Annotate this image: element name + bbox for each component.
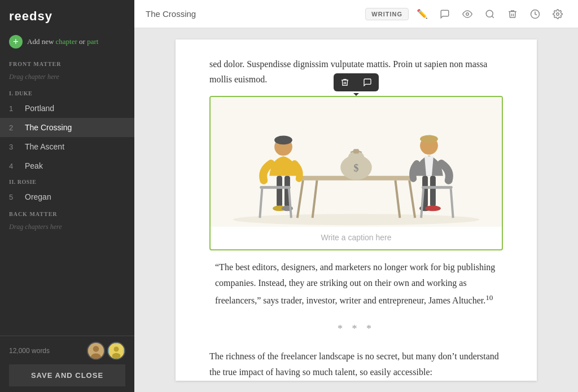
image-comment-button[interactable] xyxy=(356,73,379,91)
svg-line-14 xyxy=(409,180,415,218)
part2-label: II. ROSIE xyxy=(0,175,134,187)
image-toolbar xyxy=(334,73,379,91)
illustration: $ xyxy=(211,97,502,227)
svg-point-10 xyxy=(557,12,559,15)
add-new-label: Add new chapter or part xyxy=(27,37,98,46)
add-part-link[interactable]: part xyxy=(87,37,98,46)
chapter-2-num: 2 xyxy=(9,124,19,132)
edit-icon-button[interactable]: ✏️ xyxy=(413,5,431,23)
word-count: 12,000 words xyxy=(9,347,50,355)
topbar-actions: WRITING ✏️ xyxy=(365,5,567,23)
avatar-group xyxy=(87,342,125,360)
main-panel: The Crossing WRITING ✏️ xyxy=(134,0,578,392)
body-paragraph: The richness of the freelancer landscape… xyxy=(209,349,503,380)
chapter-3-title: The Ascent xyxy=(25,142,64,151)
chapter-1-title: Portland xyxy=(25,104,54,113)
add-new-row[interactable]: + Add new chapter or part xyxy=(0,30,134,56)
svg-point-31 xyxy=(420,135,438,143)
preview-icon-button[interactable] xyxy=(458,5,476,23)
svg-rect-27 xyxy=(260,186,291,189)
svg-line-15 xyxy=(313,180,317,218)
add-chapter-link[interactable]: chapter xyxy=(56,37,77,46)
svg-point-1 xyxy=(93,346,99,352)
svg-rect-33 xyxy=(430,176,436,207)
quote-text: “The best editors, designers, and market… xyxy=(215,262,495,305)
content-area[interactable]: ‹ sed dolor. Suspendisse dignissim vulpu… xyxy=(134,28,578,392)
svg-point-5 xyxy=(112,353,121,359)
section-divider: * * * xyxy=(209,320,503,338)
svg-point-22 xyxy=(274,136,292,145)
svg-line-8 xyxy=(492,16,493,17)
chapter-5-title: Oregan xyxy=(25,192,51,201)
add-icon[interactable]: + xyxy=(9,35,23,49)
chapter-3-num: 3 xyxy=(9,143,19,151)
topbar: The Crossing WRITING ✏️ xyxy=(134,0,578,28)
sidebar-item-chapter-3[interactable]: 3 The Ascent xyxy=(0,137,134,156)
sidebar-item-chapter-1[interactable]: 1 Portland xyxy=(0,99,134,118)
word-count-row: 12,000 words xyxy=(9,342,125,360)
comment-icon-button[interactable] xyxy=(436,5,454,23)
svg-line-13 xyxy=(297,180,303,218)
chapter-1-num: 1 xyxy=(9,104,19,113)
front-matter-label: FRONT MATTER xyxy=(0,56,134,69)
svg-line-28 xyxy=(260,189,262,218)
save-close-button[interactable]: SAVE AND CLOSE xyxy=(9,364,125,386)
chapter-4-num: 4 xyxy=(9,162,19,170)
document-title: The Crossing xyxy=(146,9,358,19)
back-matter-drag-hint: Drag chapters here xyxy=(0,219,134,237)
search-icon-button[interactable] xyxy=(481,5,499,23)
avatar-1 xyxy=(87,342,105,360)
quote-block: “The best editors, designers, and market… xyxy=(209,259,503,309)
image-frame: $ xyxy=(209,96,503,250)
svg-line-37 xyxy=(421,189,423,218)
svg-point-7 xyxy=(486,10,493,17)
svg-line-38 xyxy=(451,189,453,218)
image-block[interactable]: $ xyxy=(209,96,503,250)
sidebar-item-chapter-5[interactable]: 5 Oregan xyxy=(0,187,134,206)
settings-icon-button[interactable] xyxy=(549,5,567,23)
delete-icon-button[interactable] xyxy=(503,5,522,23)
footnote-marker: 10 xyxy=(485,293,493,302)
svg-rect-23 xyxy=(277,176,282,207)
image-caption[interactable]: Write a caption here xyxy=(211,227,502,249)
svg-point-35 xyxy=(425,206,441,212)
svg-line-16 xyxy=(395,180,400,218)
sidebar-footer: 12,000 words xyxy=(0,336,134,392)
svg-text:$: $ xyxy=(354,162,359,174)
sidebar-item-chapter-2[interactable]: 2 The Crossing xyxy=(0,118,134,137)
sidebar-item-chapter-4[interactable]: 4 Peak xyxy=(0,156,134,175)
svg-point-11 xyxy=(233,214,480,226)
svg-rect-36 xyxy=(422,186,453,189)
app-logo: reedsy xyxy=(0,0,134,30)
avatar-2 xyxy=(107,342,125,360)
history-icon-button[interactable] xyxy=(526,5,544,23)
chapter-5-num: 5 xyxy=(9,193,19,201)
svg-point-6 xyxy=(466,12,469,15)
chapter-4-title: Peak xyxy=(25,161,43,170)
editor-page[interactable]: sed dolor. Suspendisse dignissim vulputa… xyxy=(176,39,537,381)
image-delete-button[interactable] xyxy=(334,73,356,91)
svg-rect-20 xyxy=(353,149,359,154)
part1-label: I. DUKE xyxy=(0,87,134,99)
svg-point-4 xyxy=(114,347,119,352)
front-matter-drag-hint: Drag chapter here xyxy=(0,69,134,87)
back-matter-label: BACK MATTER xyxy=(0,206,134,219)
svg-line-29 xyxy=(289,189,291,218)
writing-mode-badge[interactable]: WRITING xyxy=(365,8,409,20)
sidebar: reedsy + Add new chapter or part FRONT M… xyxy=(0,0,134,392)
chapter-2-title: The Crossing xyxy=(25,123,72,132)
